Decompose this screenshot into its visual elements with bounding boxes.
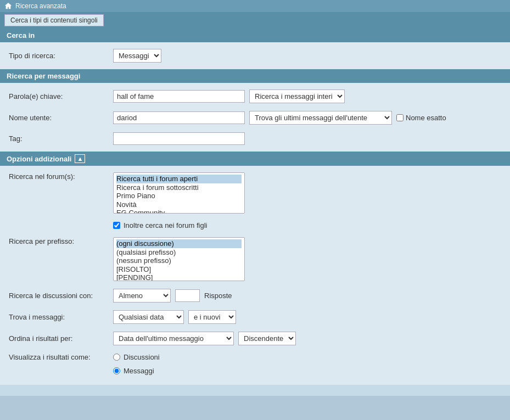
discussioni-row: Ricerca le discussioni con: Almeno Al ma… (9, 289, 501, 303)
nome-utente-input[interactable] (113, 111, 245, 124)
topbar-label: Ricerca avanzata (15, 2, 66, 10)
opzioni-label: Opzioni addizionali (7, 155, 71, 163)
tag-input[interactable] (113, 132, 245, 145)
top-bar: Ricerca avanzata (0, 0, 510, 12)
ordina-controls: Data dell'ultimo messaggio Data di creaz… (113, 332, 296, 345)
parola-chiave-row: Parola(e) chiave: Ricerca i messaggi int… (9, 89, 501, 103)
opt-qualsiasi: (qualsiasi prefisso) (116, 248, 242, 257)
forum-controls: Ricerca tutti i forum aperti Ricerca i f… (113, 172, 245, 229)
parola-chiave-input[interactable] (113, 90, 245, 103)
parola-chiave-label: Parola(e) chiave: (9, 92, 108, 100)
home-icon (4, 2, 12, 10)
radio-discussioni-row: Discussioni (113, 353, 160, 361)
ricerca-messaggi-body: Parola(e) chiave: Ricerca i messaggi int… (0, 83, 510, 152)
tipo-ricerca-row: Tipo di ricerca: Messaggi Thread Utenti (9, 49, 501, 63)
trova-messaggi-controls: Qualsiasi data Oggi Ieri Ultima settiman… (113, 310, 236, 324)
radio-messaggi[interactable] (113, 367, 120, 374)
nome-utente-row: Nome utente: Trova gli ultimi messaggi d… (9, 111, 501, 125)
trova-messaggi-label: Trova i messaggi: (9, 313, 108, 321)
visualizza-row: Visualizza i risultati come: Discussioni… (9, 353, 501, 378)
radio-discussioni-label: Discussioni (124, 353, 160, 361)
cerca-in-body: Tipo di ricerca: Messaggi Thread Utenti (0, 42, 510, 69)
ricerca-messaggi-header: Ricerca per messaggi (0, 69, 510, 83)
opt-nessun: (nessun prefisso) (116, 256, 242, 265)
discussioni-select[interactable]: Almeno Al massimo Esattamente (113, 289, 171, 303)
tag-row: Tag: (9, 132, 501, 145)
main-container: Cerca in Tipo di ricerca: Messaggi Threa… (0, 29, 510, 396)
nome-utente-controls: Trova gli ultimi messaggi dell'utente Tr… (113, 111, 446, 125)
includi-row: Inoltre cerca nei forum figli (113, 221, 207, 229)
opt-forum-eg: EG Community (116, 209, 242, 214)
radio-messaggi-row: Messaggi (113, 367, 154, 375)
risposte-label: Risposte (204, 292, 232, 300)
includi-label: Inoltre cerca nei forum figli (124, 221, 207, 229)
ordina-row: Ordina i risultati per: Data dell'ultimo… (9, 332, 501, 345)
forum-list[interactable]: Ricerca tutti i forum aperti Ricerca i f… (113, 172, 245, 214)
tab-bar: Cerca i tipi di contenuti singoli (0, 12, 510, 29)
direzione-select[interactable]: Discendente Ascendente (238, 332, 296, 345)
trova-messaggi-row: Trova i messaggi: Qualsiasi data Oggi Ie… (9, 310, 501, 324)
prefisso-row: Ricerca per prefisso: (ogni discussione)… (9, 237, 501, 281)
nome-esatto-text: Nome esatto (406, 114, 446, 122)
tag-controls (113, 132, 245, 145)
risposte-input[interactable] (175, 289, 200, 302)
opt-ogni: (ogni discussione) (116, 239, 242, 248)
radio-discussioni[interactable] (113, 354, 120, 361)
prefisso-label: Ricerca per prefisso: (9, 237, 108, 245)
opt-forum-primo: Primo Piano (116, 192, 242, 200)
opt-forum-sottoscritti: Ricerca i forum sottoscritti (116, 183, 242, 192)
opt-forum-tutti: Ricerca tutti i forum aperti (116, 175, 242, 183)
nuovi-select[interactable]: e i nuovi e i vecchi (188, 310, 236, 324)
tipo-ricerca-controls: Messaggi Thread Utenti (113, 49, 161, 63)
opt-risolto: [RISOLTO] (116, 265, 242, 274)
ordina-select[interactable]: Data dell'ultimo messaggio Data di creaz… (113, 332, 234, 345)
visualizza-label: Visualizza i risultati come: (9, 353, 108, 361)
nome-esatto-checkbox[interactable] (396, 114, 403, 121)
nome-esatto-label[interactable]: Nome esatto (396, 114, 446, 122)
tipo-ricerca-select[interactable]: Messaggi Thread Utenti (113, 49, 161, 63)
tag-label: Tag: (9, 135, 108, 143)
prefix-list[interactable]: (ogni discussione) (qualsiasi prefisso) … (113, 237, 245, 281)
collapse-icon: ▲ (75, 154, 85, 163)
forum-row: Ricerca nel forum(s): Ricerca tutti i fo… (9, 172, 501, 229)
discussioni-label: Ricerca le discussioni con: (9, 292, 108, 300)
tab-single-content[interactable]: Cerca i tipi di contenuti singoli (4, 14, 104, 26)
discussioni-controls: Almeno Al massimo Esattamente Risposte (113, 289, 232, 303)
opt-forum-novita: Novità (116, 200, 242, 209)
opzioni-body: Ricerca nel forum(s): Ricerca tutti i fo… (0, 166, 510, 385)
visualizza-controls: Discussioni Messaggi (113, 353, 160, 378)
ordina-label: Ordina i risultati per: (9, 334, 108, 343)
tipo-ricerca-label: Tipo di ricerca: (9, 52, 108, 60)
opt-pending: [PENDING] (116, 273, 242, 281)
trova-messaggi-select[interactable]: Trova gli ultimi messaggi dell'utente Tr… (249, 111, 392, 125)
includi-checkbox[interactable] (113, 222, 120, 229)
radio-messaggi-label: Messaggi (124, 367, 154, 375)
forum-label: Ricerca nel forum(s): (9, 172, 108, 181)
ricerca-tipo-select[interactable]: Ricerca i messaggi interi Ricerca per ti… (249, 89, 345, 103)
data-select[interactable]: Qualsiasi data Oggi Ieri Ultima settiman… (113, 310, 184, 324)
cerca-in-header: Cerca in (0, 29, 510, 42)
parola-chiave-controls: Ricerca i messaggi interi Ricerca per ti… (113, 89, 345, 103)
nome-utente-label: Nome utente: (9, 114, 108, 122)
prefisso-controls: (ogni discussione) (qualsiasi prefisso) … (113, 237, 245, 281)
opzioni-header[interactable]: Opzioni addizionali ▲ (0, 152, 510, 166)
